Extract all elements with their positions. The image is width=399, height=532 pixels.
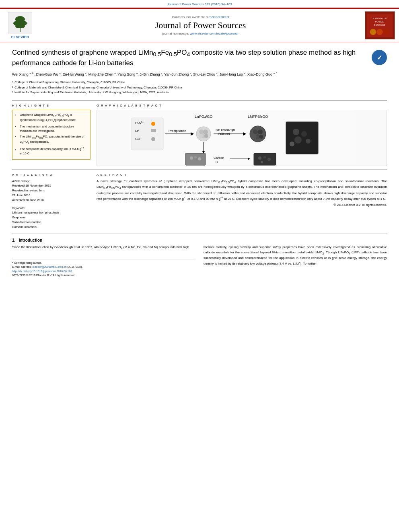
svg-point-41 <box>259 135 263 139</box>
homepage-link[interactable]: www.elsevier.com/locate/jpowsour <box>190 32 239 35</box>
article-info-column: A R T I C L E I N F O Article history: R… <box>12 173 97 230</box>
highlights-label: H I G H L I G H T S <box>12 104 90 107</box>
svg-point-60 <box>306 139 311 144</box>
svg-text:Li⁺: Li⁺ <box>135 129 139 133</box>
keyword-3: Solvothermal reaction <box>12 220 90 225</box>
homepage-text: journal homepage: www.elsevier.com/locat… <box>40 32 361 35</box>
svg-rect-44 <box>185 153 206 165</box>
abstract-text: A novel strategy for confined synthesis … <box>97 179 387 201</box>
highlight-item-4: The composite delivers capacity 101.3 mA… <box>20 146 87 156</box>
elsevier-tree-icon <box>8 12 32 34</box>
svg-text:reaction: reaction <box>218 132 230 136</box>
introduction-section: 1. Introduction Since the first introduc… <box>12 238 387 277</box>
received-revised-label: Received in revised form <box>12 188 90 193</box>
received-date: Received 18 November 2015 <box>12 183 90 188</box>
journal-cover-icon: JOURNAL OF POWER SOURCES <box>365 11 395 39</box>
svg-point-55 <box>261 161 263 163</box>
svg-rect-56 <box>286 122 318 154</box>
revised-date: 21 June 2016 <box>12 193 90 198</box>
keyword-1: Lithium manganese iron phosphate <box>12 210 90 215</box>
footnote-doi: http://dx.doi.org/10.1016/j.jpowsour.201… <box>12 269 195 274</box>
article-info-abstract-section: A R T I C L E I N F O Article history: R… <box>12 173 387 230</box>
svg-text:PO₄³⁻: PO₄³⁻ <box>135 121 144 125</box>
graphical-abstract-image: PO₄³⁻ Li⁺ GO Precipitation <box>97 110 387 166</box>
intro-left-column: Since the first introduction by Goodenou… <box>12 245 195 277</box>
graphical-abstract-svg: PO₄³⁻ Li⁺ GO Precipitation <box>97 110 387 166</box>
svg-rect-51 <box>254 153 276 165</box>
affiliations: a College of Chemical Engineering, Sichu… <box>12 80 387 95</box>
svg-text:Li: Li <box>216 161 218 164</box>
svg-text:Li₃PO₄/GO: Li₃PO₄/GO <box>195 115 213 119</box>
footnotes: * Corresponding author. E-mail address: … <box>12 259 195 278</box>
svg-text:POWER: POWER <box>375 21 384 23</box>
svg-point-45 <box>190 156 193 160</box>
svg-point-38 <box>258 129 263 134</box>
elsevier-logo: ELSEVIER <box>4 12 36 39</box>
crossmark-badge[interactable]: ✓ <box>372 50 387 65</box>
highlight-item-3: The LiMn0.5Fe0.5PO4 particles inherit th… <box>20 134 87 145</box>
footnote-email: E-mail address: xiaodong2009@scu.edu.cn … <box>12 265 195 269</box>
keyword-4: Cathode materials <box>12 225 90 230</box>
highlights-box: Graphene wrapped LiMn0.5Fe0.5PO4 is synt… <box>12 110 90 160</box>
svg-point-57 <box>293 129 299 135</box>
highlight-item-2: The mechanism and composite structure ev… <box>20 124 87 134</box>
highlight-item-1: Graphene wrapped LiMn0.5Fe0.5PO4 is synt… <box>20 113 87 123</box>
svg-point-54 <box>267 158 271 161</box>
footnote-issn: 0378-7753/© 2016 Elsevier B.V. All right… <box>12 273 195 278</box>
journal-thumbnail: JOURNAL OF POWER SOURCES <box>365 11 395 39</box>
svg-point-46 <box>194 156 197 158</box>
authors-list: Wei Xiang a, b, Zhen-Guo Wu a, En-Hui Wa… <box>12 72 387 77</box>
accepted-date: Accepted 26 June 2016 <box>12 198 90 203</box>
journal-header: ELSEVIER Contents lists available at Sci… <box>0 8 399 42</box>
svg-point-59 <box>294 136 302 144</box>
svg-text:JOURNAL OF: JOURNAL OF <box>372 17 387 20</box>
journal-citation: Journal of Power Sources 329 (2016) 94–1… <box>0 0 399 8</box>
svg-point-13 <box>376 29 383 35</box>
svg-point-30 <box>199 134 203 138</box>
sciencedirect-text: Contents lists available at ScienceDirec… <box>40 15 361 19</box>
history-label: Article history: <box>12 179 90 183</box>
crossmark-icon: ✓ <box>372 50 387 65</box>
svg-text:SOURCES: SOURCES <box>374 24 386 26</box>
section-divider-2 <box>12 169 387 170</box>
journal-title: Journal of Power Sources <box>40 20 361 31</box>
svg-text:GO: GO <box>135 137 140 141</box>
svg-point-58 <box>301 131 307 137</box>
graphical-abstract-column: G R A P H I C A L A B S T R A C T PO₄³⁻ … <box>97 104 387 166</box>
highlights-graphical-section: H I G H L I G H T S Graphene wrapped LiM… <box>12 104 387 166</box>
article-info-label: A R T I C L E I N F O <box>12 173 90 177</box>
section-divider-3 <box>12 234 387 234</box>
highlights-column: H I G H L I G H T S Graphene wrapped LiM… <box>12 104 97 166</box>
svg-point-61 <box>290 142 294 146</box>
sciencedirect-link[interactable]: ScienceDirect <box>209 15 229 19</box>
section-divider-1 <box>12 100 387 101</box>
doi-link[interactable]: http://dx.doi.org/10.1016/j.jpowsour.201… <box>12 270 72 273</box>
svg-point-22 <box>151 137 155 141</box>
svg-text:Ion exchange: Ion exchange <box>216 128 235 131</box>
abstract-label: A B S T R A C T <box>97 173 387 177</box>
highlights-list: Graphene wrapped LiMn0.5Fe0.5PO4 is synt… <box>16 113 87 156</box>
intro-right-column: thermal stability, cycling stability and… <box>204 245 387 277</box>
keywords-label: Keywords: <box>12 206 90 210</box>
email-link[interactable]: xiaodong2009@scu.edu.cn <box>33 265 67 268</box>
copyright-text: © 2016 Elsevier B.V. All rights reserved… <box>97 203 387 207</box>
svg-point-12 <box>370 29 376 35</box>
footnote-corresponding: * Corresponding author. <box>12 261 195 265</box>
article-title-section: Confined synthesis of graphene wrapped L… <box>12 48 387 68</box>
graphical-abstract-label: G R A P H I C A L A B S T R A C T <box>97 104 387 107</box>
svg-text:LMFP@rGO: LMFP@rGO <box>248 115 268 119</box>
svg-text:Carbon: Carbon <box>214 156 224 160</box>
keywords-section: Keywords: Lithium manganese iron phospha… <box>12 206 90 230</box>
svg-point-31 <box>204 134 208 138</box>
svg-point-47 <box>198 157 201 160</box>
abstract-column: A B S T R A C T A novel strategy for con… <box>97 173 387 230</box>
svg-text:Precipitation: Precipitation <box>169 129 186 133</box>
svg-point-52 <box>258 156 261 160</box>
svg-point-36 <box>250 126 266 142</box>
article-title: Confined synthesis of graphene wrapped L… <box>12 48 368 68</box>
elsevier-label: ELSEVIER <box>11 35 29 39</box>
svg-point-6 <box>19 24 25 28</box>
svg-point-37 <box>253 129 258 134</box>
article-info-box: Article history: Received 18 November 20… <box>12 179 90 230</box>
svg-point-20 <box>151 122 155 126</box>
